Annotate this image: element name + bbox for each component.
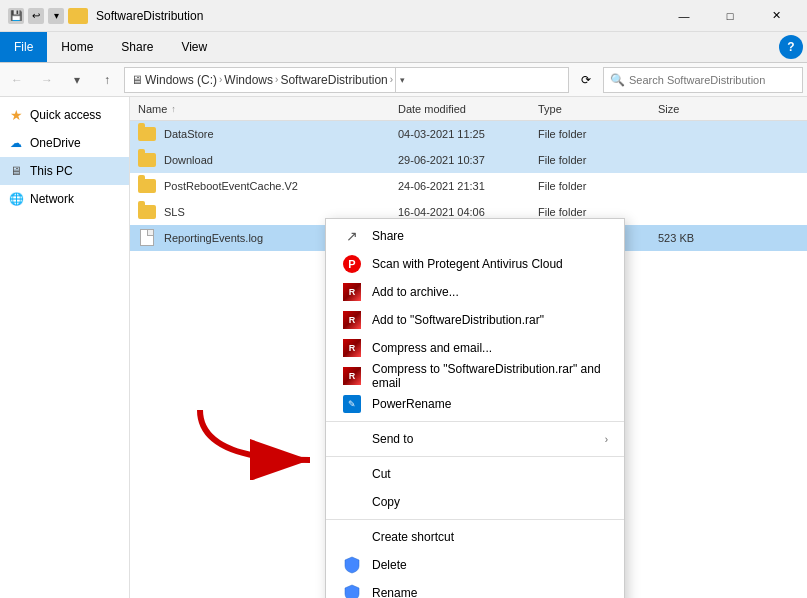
sidebar-label-this-pc: This PC: [30, 164, 73, 178]
folder-icon: [138, 177, 156, 195]
folder-icon: [138, 151, 156, 169]
quick-access-icon: ★: [8, 107, 24, 123]
nav-dropdown-button[interactable]: ▾: [64, 67, 90, 93]
archive-rar-icon: R: [342, 310, 362, 330]
file-size-reportingevents: 523 KB: [650, 232, 730, 244]
ctx-separator-3: [326, 519, 624, 520]
title-bar: 💾 ↩ ▾ SoftwareDistribution — □ ✕: [0, 0, 807, 32]
help-button[interactable]: ?: [779, 35, 803, 59]
ctx-delete[interactable]: Delete: [326, 551, 624, 579]
file-type-download: File folder: [530, 154, 650, 166]
ctx-send-to[interactable]: Send to ›: [326, 425, 624, 453]
window-controls: — □ ✕: [661, 0, 799, 32]
ctx-rename[interactable]: Rename: [326, 579, 624, 598]
folder-icon-title: [68, 8, 88, 24]
file-date-postreboot: 24-06-2021 21:31: [390, 180, 530, 192]
maximize-button[interactable]: □: [707, 0, 753, 32]
window-title: SoftwareDistribution: [92, 9, 661, 23]
table-row[interactable]: PostRebootEventCache.V2 24-06-2021 21:31…: [130, 173, 807, 199]
file-list-header: Name ↑ Date modified Type Size: [130, 97, 807, 121]
sendto-icon: [342, 429, 362, 449]
doc-file-icon: [138, 229, 156, 247]
col-header-size[interactable]: Size: [650, 103, 730, 115]
file-type-sls: File folder: [530, 206, 650, 218]
col-header-type[interactable]: Type: [530, 103, 650, 115]
file-name-datastore: DataStore: [130, 125, 390, 143]
sidebar-item-onedrive[interactable]: ☁ OneDrive: [0, 129, 129, 157]
folder-icon: [138, 203, 156, 221]
breadcrumb-sep3: ›: [390, 74, 393, 85]
archive-rar-email-icon: R: [342, 366, 362, 386]
folder-icon: [138, 125, 156, 143]
close-button[interactable]: ✕: [753, 0, 799, 32]
share-icon: ↗: [342, 226, 362, 246]
breadcrumb-dropdown-button[interactable]: ▾: [395, 67, 409, 93]
ribbon-tabs: File Home Share View ?: [0, 32, 807, 62]
ctx-add-archive[interactable]: R Add to archive...: [326, 278, 624, 306]
file-name-postreboot: PostRebootEventCache.V2: [130, 177, 390, 195]
file-date-download: 29-06-2021 10:37: [390, 154, 530, 166]
ctx-power-rename[interactable]: ✎ PowerRename: [326, 390, 624, 418]
nav-up-button[interactable]: ↑: [94, 67, 120, 93]
ctx-cut[interactable]: Cut: [326, 460, 624, 488]
sidebar-item-quick-access[interactable]: ★ Quick access: [0, 101, 129, 129]
sidebar: ★ Quick access ☁ OneDrive 🖥 This PC 🌐 Ne…: [0, 97, 130, 598]
sort-indicator: ↑: [171, 104, 176, 114]
rename-shield-icon: [342, 583, 362, 598]
tab-home[interactable]: Home: [47, 32, 107, 62]
ctx-compress-rar-email[interactable]: R Compress to "SoftwareDistribution.rar"…: [326, 362, 624, 390]
sidebar-item-this-pc[interactable]: 🖥 This PC: [0, 157, 129, 185]
breadcrumb-softwaredistribution[interactable]: SoftwareDistribution: [280, 73, 387, 87]
table-row[interactable]: Download 29-06-2021 10:37 File folder: [130, 147, 807, 173]
undo-icon[interactable]: ↩: [28, 8, 44, 24]
file-date-datastore: 04-03-2021 11:25: [390, 128, 530, 140]
ribbon: File Home Share View ?: [0, 32, 807, 63]
sidebar-label-network: Network: [30, 192, 74, 206]
search-input[interactable]: [629, 74, 796, 86]
archive-email-icon: R: [342, 338, 362, 358]
nav-forward-button[interactable]: →: [34, 67, 60, 93]
shortcut-icon: [342, 527, 362, 547]
file-type-datastore: File folder: [530, 128, 650, 140]
table-row[interactable]: DataStore 04-03-2021 11:25 File folder: [130, 121, 807, 147]
protegent-icon: P: [342, 254, 362, 274]
refresh-button[interactable]: ⟳: [573, 67, 599, 93]
ctx-create-shortcut[interactable]: Create shortcut: [326, 523, 624, 551]
save-icon[interactable]: 💾: [8, 8, 24, 24]
breadcrumb-windows[interactable]: Windows: [224, 73, 273, 87]
breadcrumb-pc-icon: 🖥: [131, 73, 143, 87]
onedrive-icon: ☁: [8, 135, 24, 151]
ctx-share[interactable]: ↗ Share: [326, 222, 624, 250]
ctx-copy[interactable]: Copy: [326, 488, 624, 516]
file-name-download: Download: [130, 151, 390, 169]
ctx-scan-antivirus[interactable]: P Scan with Protegent Antivirus Cloud: [326, 250, 624, 278]
ctx-separator-2: [326, 456, 624, 457]
tab-view[interactable]: View: [167, 32, 221, 62]
tab-share[interactable]: Share: [107, 32, 167, 62]
ctx-add-rar[interactable]: R Add to "SoftwareDistribution.rar": [326, 306, 624, 334]
breadcrumb[interactable]: 🖥 Windows (C:) › Windows › SoftwareDistr…: [124, 67, 569, 93]
ctx-compress-email[interactable]: R Compress and email...: [326, 334, 624, 362]
network-icon: 🌐: [8, 191, 24, 207]
context-menu: ↗ Share P Scan with Protegent Antivirus …: [325, 218, 625, 598]
breadcrumb-sep1: ›: [219, 74, 222, 85]
search-box: 🔍: [603, 67, 803, 93]
col-header-name[interactable]: Name ↑: [130, 103, 390, 115]
sidebar-item-network[interactable]: 🌐 Network: [0, 185, 129, 213]
ctx-submenu-arrow: ›: [605, 434, 608, 445]
file-type-postreboot: File folder: [530, 180, 650, 192]
powerrename-icon: ✎: [342, 394, 362, 414]
dropdown-icon[interactable]: ▾: [48, 8, 64, 24]
breadcrumb-windows-c[interactable]: Windows (C:): [145, 73, 217, 87]
title-bar-quick-icons: 💾 ↩ ▾: [8, 8, 64, 24]
tab-file[interactable]: File: [0, 32, 47, 62]
ctx-separator-1: [326, 421, 624, 422]
nav-back-button[interactable]: ←: [4, 67, 30, 93]
file-date-sls: 16-04-2021 04:06: [390, 206, 530, 218]
col-header-date[interactable]: Date modified: [390, 103, 530, 115]
cut-icon: [342, 464, 362, 484]
minimize-button[interactable]: —: [661, 0, 707, 32]
address-bar: ← → ▾ ↑ 🖥 Windows (C:) › Windows › Softw…: [0, 63, 807, 97]
search-icon: 🔍: [610, 73, 625, 87]
delete-shield-icon: [342, 555, 362, 575]
